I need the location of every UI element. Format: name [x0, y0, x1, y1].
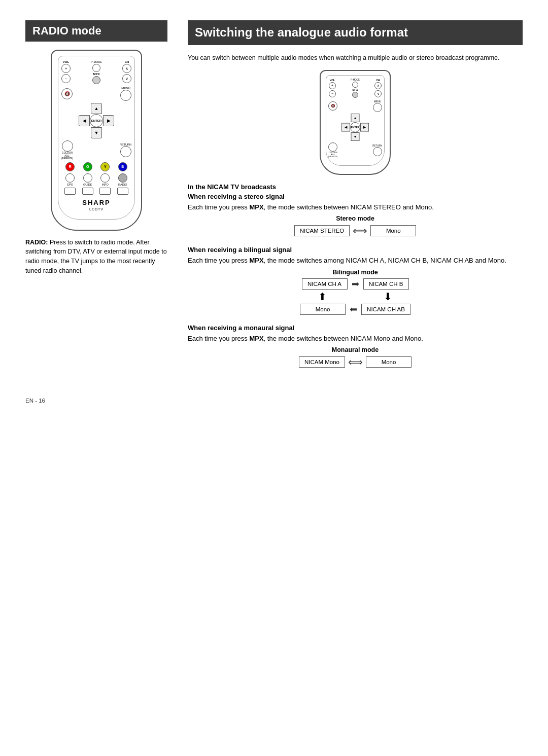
small-remote: VOL + − P-MODE MPX CH ∧ [320, 70, 391, 175]
sr-vol-up[interactable]: + [329, 82, 336, 89]
epg-btn-group: EPG [65, 173, 75, 186]
sr-return-label: RETURN [372, 145, 382, 147]
radio-btn[interactable] [118, 173, 127, 183]
colour-adj-btn[interactable] [62, 140, 73, 152]
colour-return-row: COLOURADJ.(FREEZE) RETURN [61, 140, 131, 160]
vol-label: VOL [63, 60, 69, 63]
stereo-diagram: NICAM STEREO ⟺ Mono [188, 225, 523, 237]
sr-vol-down[interactable]: − [329, 90, 336, 97]
func-btns-row: EPG GUIDE INFO RADIO [61, 173, 131, 186]
sr-menu-group: MENU [373, 100, 382, 112]
bilingual-arrow-left: ⬅ [350, 304, 357, 315]
sr-mpx-label: MPX [353, 88, 358, 91]
bilingual-box-b: NICAM CH B [363, 278, 409, 290]
vol-up-btn[interactable]: + [61, 64, 71, 73]
bilingual-arrow-right: ➡ [352, 278, 359, 290]
yellow-btn[interactable]: Y [100, 162, 110, 171]
sr-ch-label: CH [376, 79, 380, 82]
dpad-left[interactable]: ◀ [79, 115, 90, 126]
switching-audio-header: Switching the analogue audio format [188, 20, 523, 45]
return-btn[interactable] [120, 146, 131, 157]
sr-return-btn[interactable] [373, 147, 382, 156]
sr-colour-return: COLOURADJ.(FREEZE) RETURN [328, 142, 382, 158]
epg-label: EPG [67, 183, 73, 186]
ch-group: CH ∧ ∨ [122, 60, 131, 84]
sharp-logo: SHARP [61, 199, 131, 206]
ch-up-btn[interactable]: ∧ [122, 64, 131, 73]
sr-ch-up[interactable]: ∧ [374, 82, 382, 89]
radio-label: RADIO [118, 183, 127, 186]
blue-btn[interactable]: B [118, 162, 127, 171]
guide-btn-group: GUIDE [83, 173, 92, 186]
num-btn-4[interactable] [117, 188, 128, 195]
num-row [61, 188, 131, 195]
radio-btn-group: RADIO [118, 173, 127, 186]
sr-mute-row: 🔇 MENU [328, 100, 382, 112]
vol-down-btn[interactable]: − [61, 74, 71, 83]
stereo-box1: NICAM STEREO [294, 225, 350, 236]
stereo-box2: Mono [370, 225, 416, 236]
guide-btn[interactable] [83, 173, 92, 183]
bilingual-top-row: NICAM CH A ➡ NICAM CH B [302, 278, 409, 290]
monaural-arrow: ⟺ [348, 356, 363, 368]
sr-pmode-btn[interactable] [352, 82, 358, 88]
ch-down-btn[interactable]: ∨ [122, 74, 131, 83]
sr-top-row: VOL + − P-MODE MPX CH ∧ [328, 79, 382, 98]
bilingual-body: Each time you press MPX, the mode switch… [188, 256, 523, 266]
sr-colour-group: COLOURADJ.(FREEZE) [328, 142, 337, 158]
radio-description: RADIO: Press to switch to radio mode. Af… [25, 238, 167, 276]
stereo-arrow: ⟺ [353, 225, 367, 237]
bilingual-arrows-col: ⬆ ⬇ [188, 291, 523, 303]
dpad-right[interactable]: ▶ [103, 115, 114, 126]
sr-mute-btn[interactable]: 🔇 [328, 101, 337, 111]
bilingual-diagram: NICAM CH A ➡ NICAM CH B ⬆ ⬇ Mono ⬅ NICAM… [188, 278, 523, 315]
mute-btn[interactable]: 🔇 [61, 88, 73, 99]
dpad: ▲ ◀ ENTER ▶ ▼ [79, 103, 114, 138]
bilingual-section: When receiving a bilingual signal Each t… [188, 246, 523, 315]
sr-dpad-up[interactable]: ▲ [351, 114, 360, 122]
monaural-box2: Mono [366, 356, 412, 368]
sr-vol-label: VOL [330, 79, 335, 82]
num-btn-3[interactable] [99, 188, 111, 195]
dpad-up[interactable]: ▲ [91, 103, 102, 114]
info-btn-group: INFO [100, 173, 110, 186]
dpad-down[interactable]: ▼ [91, 127, 102, 138]
bilingual-box-a: NICAM CH A [302, 278, 348, 290]
pmode-btn[interactable] [92, 64, 100, 72]
sr-mpx-btn[interactable] [352, 92, 358, 98]
sr-dpad-right[interactable]: ▶ [360, 123, 369, 131]
monaural-mode-label: Monaural mode [188, 346, 523, 353]
stereo-heading2: When receiving a stereo signal [188, 193, 523, 200]
sr-ch-down[interactable]: ∨ [374, 90, 382, 97]
info-btn[interactable] [100, 173, 110, 183]
mute-menu-row: 🔇 MENU [61, 87, 131, 101]
bilingual-box-ab: NICAM CH AB [361, 304, 410, 315]
sr-menu-label: MENU [374, 100, 382, 103]
dpad-enter[interactable]: ENTER [90, 114, 103, 127]
page-layout: RADIO mode VOL + − P-MODE MPX [25, 20, 523, 377]
epg-btn[interactable] [65, 173, 75, 183]
lcdtv-label: LCDTV [61, 207, 131, 211]
sr-dpad-down[interactable]: ▼ [351, 132, 360, 141]
sr-dpad-left[interactable]: ◀ [341, 123, 350, 131]
left-column: RADIO mode VOL + − P-MODE MPX [25, 20, 167, 377]
num-btn-1[interactable] [64, 188, 76, 195]
right-column: Switching the analogue audio format You … [188, 20, 523, 377]
remote-control: VOL + − P-MODE MPX CH ∧ [51, 50, 142, 231]
monaural-heading: When receiving a monaural signal [188, 324, 523, 332]
sr-dpad: ▲ ◀ ENTER ▶ ▼ [341, 114, 369, 141]
sr-mpx-group: P-MODE MPX [351, 79, 360, 98]
red-btn[interactable]: R [65, 162, 75, 171]
bilingual-heading: When receiving a bilingual signal [188, 246, 523, 254]
menu-btn[interactable] [120, 90, 131, 101]
mpx-btn[interactable] [92, 76, 100, 84]
sr-dpad-enter[interactable]: ENTER [350, 122, 360, 132]
num-btn-2[interactable] [82, 188, 93, 195]
sr-colour-btn[interactable] [328, 142, 337, 152]
green-btn[interactable]: G [83, 162, 92, 171]
monaural-section: When receiving a monaural signal Each ti… [188, 324, 523, 369]
small-remote-inner: VOL + − P-MODE MPX CH ∧ [326, 75, 385, 166]
sr-menu-btn[interactable] [373, 103, 382, 112]
stereo-heading1: In the NICAM TV broadcasts [188, 183, 523, 191]
bilingual-mpx-bold: MPX [249, 257, 263, 264]
